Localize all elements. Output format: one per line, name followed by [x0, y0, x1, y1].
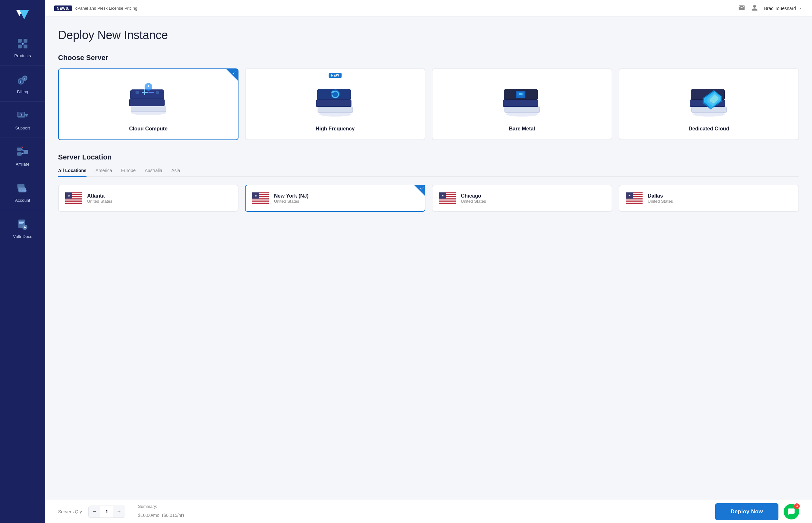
tab-europe[interactable]: Europe	[121, 168, 135, 177]
tab-all-locations[interactable]: All Locations	[58, 168, 87, 177]
location-info-new-york: New York (NJ) United States	[274, 193, 309, 204]
server-section-title: Choose Server	[58, 54, 799, 62]
svg-rect-2	[18, 39, 22, 42]
sidebar-item-affiliate[interactable]: × Affiliate	[0, 138, 45, 174]
svg-rect-17	[25, 115, 27, 116]
svg-rect-110	[439, 199, 456, 199]
qty-increase-button[interactable]: +	[113, 506, 125, 518]
sidebar-label-vultr-docs: Vultr Docs	[13, 234, 32, 239]
qty-decrease-button[interactable]: −	[89, 506, 100, 518]
location-tabs: All Locations America Europe Australia A…	[58, 168, 799, 177]
location-info-chicago: Chicago United States	[461, 193, 486, 204]
server-card-bare-metal[interactable]: Bare Metal	[432, 69, 612, 140]
svg-rect-64	[503, 99, 538, 106]
billing-icon: $ $	[16, 73, 30, 87]
dedicated-cloud-image	[683, 79, 735, 121]
news-badge: NEWS:	[54, 5, 72, 11]
sidebar-item-vultr-docs[interactable]: Vultr Docs	[0, 210, 45, 246]
svg-rect-46	[135, 91, 139, 94]
city-new-york: New York (NJ)	[274, 193, 309, 199]
svg-point-51	[319, 112, 351, 116]
svg-rect-20	[23, 150, 28, 154]
svg-rect-47	[156, 91, 159, 94]
country-chicago: United States	[461, 199, 486, 204]
location-card-atlanta[interactable]: ★ Atlanta United States	[58, 185, 239, 212]
sidebar-label-products: Products	[14, 53, 31, 58]
affiliate-icon: ×	[16, 145, 30, 159]
server-card-high-frequency[interactable]: NEW High	[245, 69, 425, 140]
svg-rect-121	[626, 202, 643, 203]
city-dallas: Dallas	[648, 193, 673, 199]
svg-point-60	[506, 112, 538, 116]
bare-metal-label: Bare Metal	[509, 126, 535, 132]
svg-rect-4	[18, 44, 22, 49]
user-icon[interactable]	[751, 4, 758, 13]
server-card-dedicated-cloud[interactable]: Dedicated Cloud	[619, 69, 799, 140]
svg-rect-32	[19, 223, 23, 224]
svg-text:×: ×	[21, 146, 23, 149]
location-card-chicago[interactable]: ★ Chicago United States	[432, 185, 612, 212]
svg-rect-30	[19, 221, 24, 221]
svg-rect-45	[148, 92, 154, 93]
location-card-new-york[interactable]: ★ New York (NJ) United States	[245, 185, 425, 212]
chat-button[interactable]: 3	[783, 504, 799, 520]
flag-dallas: ★	[626, 193, 643, 204]
summary-price: $10.00/mo ($0.015/hr)	[138, 509, 184, 519]
topbar: NEWS: cPanel and Plesk License Pricing B…	[45, 0, 812, 17]
svg-rect-55	[317, 99, 351, 106]
svg-rect-62	[505, 106, 539, 112]
svg-rect-18	[17, 147, 22, 151]
tab-america[interactable]: America	[95, 168, 112, 177]
server-card-cloud-compute[interactable]: Cloud Compute	[58, 69, 239, 140]
svg-rect-92	[65, 201, 82, 202]
svg-text:$: $	[24, 77, 25, 80]
products-icon	[16, 36, 30, 51]
sidebar-item-products[interactable]: Products	[0, 29, 45, 65]
sidebar-item-account[interactable]: ≡ chart Account	[0, 174, 45, 210]
summary-label: Summary:	[138, 504, 184, 509]
flag-chicago: ★	[439, 193, 456, 204]
chat-badge: 3	[794, 503, 800, 509]
svg-text:?: ?	[20, 112, 23, 116]
svg-rect-102	[252, 200, 269, 201]
news-text: cPanel and Plesk License Pricing	[75, 6, 137, 11]
svg-rect-6	[22, 42, 23, 44]
svg-text:$: $	[20, 80, 21, 83]
sidebar-label-billing: Billing	[17, 89, 29, 94]
mail-icon[interactable]	[738, 4, 745, 13]
price-amount: $10.00	[138, 513, 152, 518]
svg-text:≡ chart: ≡ chart	[20, 190, 27, 192]
qty-control: − 1 +	[88, 506, 125, 518]
svg-rect-91	[65, 200, 82, 201]
user-name: Brad Touesnard	[764, 6, 796, 11]
svg-rect-112	[439, 202, 456, 203]
svg-rect-19	[17, 152, 22, 156]
svg-rect-120	[626, 200, 643, 201]
svg-rect-103	[252, 202, 269, 203]
dedicated-cloud-label: Dedicated Cloud	[688, 126, 729, 132]
vultr-docs-icon	[16, 217, 30, 232]
selected-check-cloud	[226, 69, 238, 81]
svg-rect-111	[439, 200, 456, 201]
svg-rect-38	[131, 106, 166, 111]
svg-rect-44	[144, 89, 145, 95]
tab-asia[interactable]: Asia	[171, 168, 180, 177]
svg-text:★: ★	[68, 194, 70, 197]
location-section-title: Server Location	[58, 153, 799, 161]
location-cards-grid: ★ Atlanta United States	[58, 185, 799, 212]
user-menu[interactable]: Brad Touesnard	[764, 6, 803, 11]
svg-rect-16	[25, 114, 28, 115]
tab-australia[interactable]: Australia	[145, 168, 162, 177]
sidebar-logo[interactable]	[0, 0, 45, 29]
qty-section: Servers Qty: − 1 +	[58, 506, 125, 518]
sidebar-item-billing[interactable]: $ $ Billing	[0, 65, 45, 101]
location-card-dallas[interactable]: ★ Dallas United States	[619, 185, 799, 212]
sidebar-item-support[interactable]: ? Support	[0, 101, 45, 138]
account-icon: ≡ chart	[16, 181, 30, 195]
deploy-now-button[interactable]: Deploy Now	[715, 503, 778, 520]
city-chicago: Chicago	[461, 193, 486, 199]
svg-text:★: ★	[442, 194, 444, 197]
country-atlanta: United States	[87, 199, 112, 204]
svg-rect-90	[65, 199, 82, 200]
svg-rect-53	[318, 106, 352, 112]
